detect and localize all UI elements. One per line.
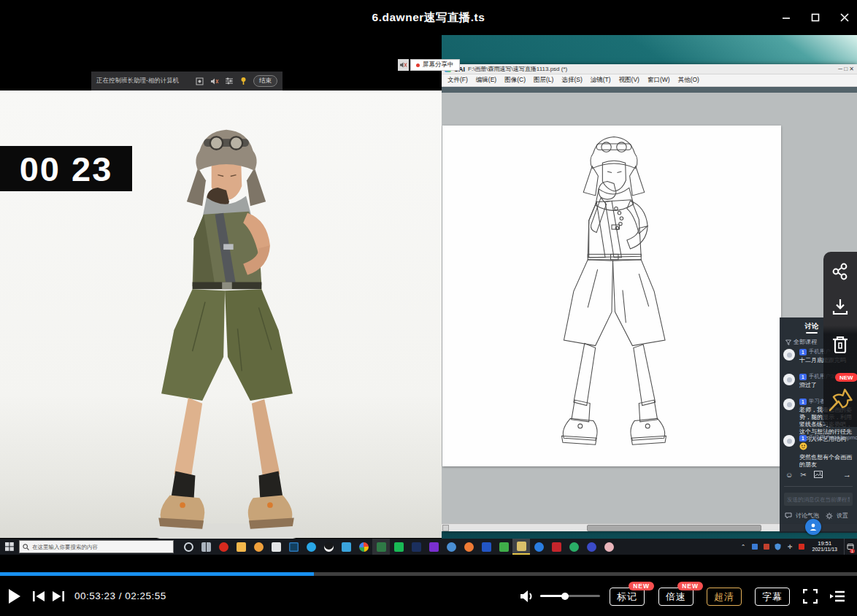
notification-count: 1 xyxy=(850,549,855,553)
quality-button[interactable]: 超清 xyxy=(707,588,742,606)
app-icon[interactable] xyxy=(460,539,477,555)
sai-menu-image[interactable]: 图像(C) xyxy=(504,76,526,85)
app-icon[interactable] xyxy=(407,539,425,555)
minimize-button[interactable] xyxy=(774,9,799,26)
app-icon[interactable] xyxy=(250,539,267,555)
sai-menu-layer[interactable]: 图层(L) xyxy=(534,76,553,85)
muted-speaker-icon[interactable] xyxy=(398,59,409,71)
download-button[interactable] xyxy=(829,297,851,316)
subtitle-button[interactable]: 字幕 xyxy=(755,588,790,606)
chat-filter-label: 全部课程 xyxy=(793,338,817,346)
app-icon[interactable] xyxy=(425,539,442,555)
maximize-button[interactable] xyxy=(803,9,828,26)
app-icon[interactable] xyxy=(320,539,337,555)
cortana-icon[interactable] xyxy=(180,539,197,555)
clock-time: 19:51 xyxy=(812,541,837,547)
app-icon[interactable] xyxy=(495,539,512,555)
speaker-muted-icon[interactable] xyxy=(210,77,219,86)
settings-lines-icon[interactable] xyxy=(224,77,234,86)
end-control-button[interactable]: 结束 xyxy=(253,75,277,87)
sai-menu-window[interactable]: 窗口(W) xyxy=(647,76,670,85)
speed-button[interactable]: 倍速 NEW xyxy=(658,588,693,606)
app-icon[interactable] xyxy=(285,539,302,555)
scroll-left-arrow[interactable] xyxy=(442,525,449,531)
scrollbar-thumb[interactable] xyxy=(587,525,761,531)
tray-app-icon[interactable] xyxy=(762,543,770,551)
playlist-button[interactable] xyxy=(829,590,845,603)
sai-menu-filter[interactable]: 滤镜(T) xyxy=(591,76,611,85)
tray-app-icon[interactable] xyxy=(797,543,805,551)
scissors-icon[interactable]: ✂ xyxy=(800,471,806,479)
app-icon[interactable] xyxy=(267,539,285,555)
emoji-icon[interactable]: ☺ xyxy=(785,471,793,479)
sai-menu-file[interactable]: 文件(F) xyxy=(447,76,468,85)
search-input[interactable] xyxy=(32,544,164,550)
pin-button[interactable] xyxy=(828,386,854,420)
sai-menu-select[interactable]: 选择(S) xyxy=(561,76,582,85)
taskbar-clock[interactable]: 19:51 2021/11/13 xyxy=(809,541,840,553)
app-icon[interactable] xyxy=(477,539,495,555)
app-icon[interactable] xyxy=(600,539,618,555)
sai-menu-view[interactable]: 视图(V) xyxy=(619,76,639,85)
volume-icon xyxy=(520,589,536,604)
app-icon[interactable] xyxy=(232,539,250,555)
chat-username: 手机用户6062mpmcn xyxy=(809,434,857,442)
play-button[interactable] xyxy=(7,588,22,604)
tray-chevron-icon[interactable]: ⌃ xyxy=(739,543,747,551)
start-button[interactable] xyxy=(0,539,19,555)
app-icon[interactable] xyxy=(302,539,320,555)
volume-button[interactable] xyxy=(520,589,536,604)
app-icon[interactable] xyxy=(530,539,547,555)
level-badge: 1 xyxy=(799,374,807,380)
drawing-canvas[interactable] xyxy=(442,126,781,466)
sai-window-controls[interactable]: ─ □ ✕ xyxy=(838,66,854,72)
time-display: 00:53:23 / 02:25:55 xyxy=(74,590,166,601)
app-icon[interactable] xyxy=(372,539,390,555)
volume-slider[interactable] xyxy=(540,595,600,597)
app-icon[interactable] xyxy=(337,539,355,555)
share-button[interactable] xyxy=(829,262,851,281)
shield-icon[interactable] xyxy=(774,543,782,551)
tray-app-icon[interactable]: ✛ xyxy=(785,543,793,551)
mark-button[interactable]: 标记 NEW xyxy=(610,588,645,606)
chat-tab[interactable]: 讨论 xyxy=(797,322,826,331)
volume-handle[interactable] xyxy=(561,593,569,600)
tray-app-icon[interactable] xyxy=(750,543,758,551)
close-button[interactable] xyxy=(832,9,857,26)
chrome-icon[interactable] xyxy=(355,539,372,555)
previous-icon xyxy=(32,590,45,602)
chat-input[interactable] xyxy=(784,493,853,506)
screenshot-icon[interactable] xyxy=(195,77,204,86)
avatar xyxy=(783,399,795,410)
assistant-bubble[interactable] xyxy=(805,519,821,535)
sai-taskbar-icon[interactable] xyxy=(512,539,530,555)
sai-menu-others[interactable]: 其他(O) xyxy=(678,76,699,85)
chat-filter[interactable]: 全部课程 xyxy=(785,338,817,346)
app-icon[interactable] xyxy=(215,539,232,555)
video-frame[interactable]: SAI F:\画册\森雨速写\速写直播1113.psd (*) ─ □ ✕ 文件… xyxy=(0,35,857,556)
floating-action-rail: NEW xyxy=(823,252,857,427)
model-video-panel: 正在控制班长助理-相的计算机 结束 00 23 xyxy=(0,35,442,555)
delete-button[interactable] xyxy=(829,334,851,355)
taskview-icon[interactable] xyxy=(197,539,215,555)
app-icon[interactable] xyxy=(442,539,460,555)
image-icon[interactable] xyxy=(814,471,823,478)
app-window: 6.dawner速写直播.ts SAI F:\画册\森雨速写\速写直播1113.… xyxy=(0,0,857,616)
playlist-icon xyxy=(829,590,845,603)
settings-label[interactable]: 设置 xyxy=(837,512,848,520)
sai-menu-edit[interactable]: 编辑(E) xyxy=(476,76,496,85)
app-icon[interactable] xyxy=(583,539,600,555)
share-banner-label: 屏幕分享中 xyxy=(423,61,454,69)
send-arrow-icon[interactable]: → xyxy=(843,470,851,479)
taskbar-search[interactable] xyxy=(19,540,174,553)
notification-center-button[interactable]: 1 xyxy=(844,539,856,555)
next-button[interactable] xyxy=(52,590,65,602)
bubble-toggle-label[interactable]: 讨论气泡 xyxy=(796,512,819,520)
clock-date: 2021/11/13 xyxy=(812,547,837,553)
sunflower-key-icon[interactable] xyxy=(239,77,248,86)
fullscreen-button[interactable] xyxy=(803,589,818,604)
app-icon[interactable] xyxy=(547,539,565,555)
app-icon[interactable] xyxy=(390,539,407,555)
wechat-icon[interactable] xyxy=(565,539,583,555)
previous-button[interactable] xyxy=(32,590,45,602)
